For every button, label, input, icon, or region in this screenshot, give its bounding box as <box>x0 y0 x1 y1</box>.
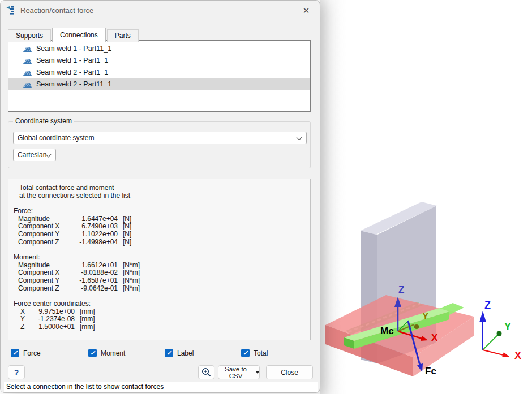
moment-section-header: Moment: <box>14 254 310 262</box>
list-item[interactable]: Seam weld 1 - Part1_1 <box>8 54 310 66</box>
moment-row: Magnitude 1.6612e+01 [N*m] <box>18 262 310 270</box>
tab-parts[interactable]: Parts <box>107 29 139 42</box>
reaction-contact-force-dialog: Reaction/contact force ✕ Supports Connec… <box>0 0 320 393</box>
moment-row: Component Y -1.6587e+01 [N*m] <box>18 277 310 285</box>
force-center-row: X 9.9751e+00 [mm] <box>20 308 310 316</box>
corner-z-label: Z <box>484 300 491 311</box>
corner-x-label: X <box>514 350 521 361</box>
corner-x-arrowhead-icon <box>502 352 509 357</box>
coordinate-system-group: Coordinate system Global coordinate syst… <box>8 121 311 168</box>
total-checkbox-label: Total <box>254 349 268 357</box>
list-item-label: Seam weld 2 - Part11_1 <box>36 80 111 88</box>
tab-bar: Supports Connections Parts <box>8 28 140 42</box>
list-item-label: Seam weld 1 - Part1_1 <box>36 57 108 64</box>
seam-weld-icon <box>23 45 32 53</box>
force-row: Component Y 1.1022e+00 [N] <box>18 231 310 239</box>
chevron-down-icon <box>297 135 302 141</box>
zoom-to-selection-button[interactable] <box>198 365 214 379</box>
corner-y-dot-icon <box>497 331 502 336</box>
coordinate-system-group-label: Coordinate system <box>13 117 74 125</box>
force-checkbox-label: Force <box>23 349 41 357</box>
label-checkbox[interactable]: ✓ Label <box>165 348 194 358</box>
seam-weld-icon <box>23 68 32 76</box>
force-label: Fc <box>425 366 436 376</box>
coordinate-system-selected-value: Global coordinate system <box>18 134 94 142</box>
corner-x-axis <box>483 350 505 356</box>
list-item[interactable]: Seam weld 1 - Part11_1 <box>8 42 310 54</box>
tab-connections[interactable]: Connections <box>52 28 106 42</box>
force-row: Component X 6.7490e+03 [N] <box>18 223 310 231</box>
corner-y-label: Y <box>504 321 511 332</box>
corner-triad: Z Y X <box>479 300 521 361</box>
force-section-header: Force: <box>14 207 310 215</box>
results-intro-line: Total contact force and moment <box>19 184 310 192</box>
save-to-csv-label: Save to CSV <box>218 366 253 379</box>
magnifier-icon <box>201 367 211 377</box>
triad-x-label: X <box>431 332 438 343</box>
help-button[interactable]: ? <box>8 365 25 379</box>
dialog-titlebar[interactable]: Reaction/contact force ✕ <box>1 1 320 20</box>
seam-weld-icon <box>23 80 32 88</box>
moment-row: Component X -8.0188e-02 [N*m] <box>18 269 310 277</box>
corner-y-axis <box>483 335 498 350</box>
coordinate-type-select[interactable]: Cartesian <box>13 149 56 161</box>
total-checkbox[interactable]: ✓ Total <box>241 348 268 358</box>
force-center-row: Z 1.5000e+01 [mm] <box>20 323 310 331</box>
dialog-title: Reaction/contact force <box>20 6 93 15</box>
force-checkbox[interactable]: ✓ Force <box>11 348 41 358</box>
list-item[interactable]: Seam weld 2 - Part1_1 <box>8 66 310 78</box>
status-text: Select a connection in the list to show … <box>6 383 164 391</box>
moment-label: Mc <box>380 326 394 336</box>
list-item-label: Seam weld 1 - Part11_1 <box>36 45 111 53</box>
triad-z-label: Z <box>398 284 404 295</box>
corner-z-arrowhead-icon <box>479 311 486 322</box>
close-button[interactable]: Close <box>266 365 313 379</box>
dropdown-arrow-icon <box>256 371 259 374</box>
list-item-selected[interactable]: Seam weld 2 - Part11_1 <box>8 78 310 90</box>
status-bar: Select a connection in the list to show … <box>4 382 318 392</box>
label-checkbox-label: Label <box>177 349 194 357</box>
list-item-label: Seam weld 2 - Part1_1 <box>36 68 108 76</box>
moment-row: Component Z -9.0642e-01 [N*m] <box>18 285 310 293</box>
reaction-force-icon <box>6 6 16 15</box>
coordinate-system-select[interactable]: Global coordinate system <box>13 132 307 144</box>
triad-y-label: Y <box>422 311 429 322</box>
checkbox-checked-icon[interactable]: ✓ <box>241 349 250 357</box>
tab-supports[interactable]: Supports <box>8 29 51 42</box>
coordinate-type-selected-value: Cartesian <box>18 151 46 159</box>
moment-checkbox-label: Moment <box>101 349 125 357</box>
y-axis-dot-icon <box>414 324 419 329</box>
connections-list[interactable]: Seam weld 1 - Part11_1 Seam weld 1 - Par… <box>8 40 311 112</box>
force-row: Component Z -1.4998e+04 [N] <box>18 239 310 246</box>
results-panel: Total contact force and moment at the co… <box>8 179 311 340</box>
checkbox-checked-icon[interactable]: ✓ <box>165 349 173 357</box>
force-center-row: Y -1.2374e-08 [mm] <box>20 315 310 323</box>
checkbox-checked-icon[interactable]: ✓ <box>88 349 97 357</box>
moment-checkbox[interactable]: ✓ Moment <box>88 348 125 358</box>
force-center-section-header: Force center coordinates: <box>14 300 310 308</box>
3d-viewport[interactable]: Z X Y Mc Fc Z Y X <box>320 0 532 394</box>
force-row: Magnitude 1.6447e+04 [N] <box>18 215 310 223</box>
save-to-csv-button[interactable]: Save to CSV <box>218 365 260 379</box>
close-icon[interactable]: ✕ <box>298 3 314 18</box>
seam-weld-icon <box>23 57 32 64</box>
checkbox-checked-icon[interactable]: ✓ <box>11 349 19 357</box>
graphics-area[interactable]: Z X Y Mc Fc Z Y X <box>320 0 532 394</box>
results-intro-line: at the connections selected in the list <box>19 192 310 200</box>
